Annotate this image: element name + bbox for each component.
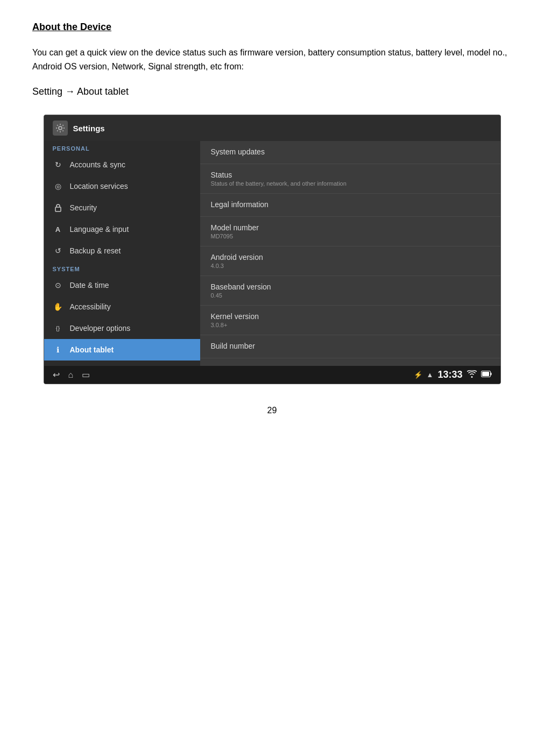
content-item-system-updates[interactable]: System updates — [200, 141, 500, 164]
wifi-icon — [467, 370, 477, 379]
sidebar-item-accounts[interactable]: ↻ Accounts & sync — [44, 154, 200, 175]
content-item-build[interactable]: Build number — [200, 335, 500, 358]
security-icon — [53, 202, 63, 213]
svg-point-0 — [59, 126, 62, 130]
language-icon: A — [53, 224, 63, 235]
sidebar-item-datetime[interactable]: ⊙ Date & time — [44, 274, 200, 296]
usb-icon: ⚡ — [414, 371, 422, 379]
sidebar-item-developer[interactable]: {} Developer options — [44, 317, 200, 339]
kernel-value: 3.0.8+ — [211, 322, 490, 328]
status-bar-right: ⚡ ▲ 13:33 — [414, 369, 492, 380]
accounts-icon: ↻ — [53, 159, 63, 170]
content-item-android[interactable]: Android version 4.0.3 — [200, 246, 500, 276]
android-title: Android version — [211, 253, 490, 262]
sidebar-item-language[interactable]: A Language & input — [44, 218, 200, 240]
kernel-title: Kernel version — [211, 312, 490, 321]
sidebar-item-accessibility[interactable]: ✋ Accessibility — [44, 296, 200, 317]
about-icon: ℹ — [53, 344, 63, 355]
sidebar-item-about[interactable]: ℹ About tablet — [44, 339, 200, 361]
accessibility-label: Accessibility — [70, 302, 111, 311]
developer-label: Developer options — [70, 324, 131, 333]
status-bar: ↩ ⌂ ▭ ⚡ ▲ 13:33 — [44, 366, 500, 384]
sidebar-item-location[interactable]: ◎ Location services — [44, 175, 200, 197]
recents-icon[interactable]: ▭ — [82, 370, 90, 380]
page-title: About the Device — [32, 22, 512, 33]
title-bar: Settings — [44, 115, 500, 141]
svg-rect-1 — [55, 207, 61, 211]
status-subtitle: Status of the battery, network, and othe… — [211, 180, 490, 187]
datetime-label: Date & time — [70, 281, 109, 289]
title-bar-label: Settings — [73, 124, 105, 133]
signal-icon: ▲ — [427, 371, 434, 379]
personal-section-header: PERSONAL — [44, 141, 200, 154]
page-number: 29 — [32, 406, 512, 415]
screenshot-container: Settings PERSONAL ↻ Accounts & sync ◎ Lo… — [44, 115, 501, 384]
svg-rect-3 — [490, 373, 491, 376]
settings-body: PERSONAL ↻ Accounts & sync ◎ Location se… — [44, 141, 500, 366]
content-item-model[interactable]: Model number MD7095 — [200, 217, 500, 246]
accessibility-icon: ✋ — [53, 301, 63, 312]
accounts-label: Accounts & sync — [70, 160, 126, 169]
status-title: Status — [211, 171, 490, 179]
baseband-title: Baseband version — [211, 282, 490, 291]
settings-app-icon — [53, 121, 68, 136]
home-icon[interactable]: ⌂ — [68, 370, 74, 380]
status-bar-nav-icons: ↩ ⌂ ▭ — [53, 370, 90, 380]
clock-display: 13:33 — [437, 369, 462, 380]
model-value: MD7095 — [211, 233, 490, 239]
datetime-icon: ⊙ — [53, 280, 63, 291]
developer-icon: {} — [53, 323, 63, 334]
backup-icon: ↺ — [53, 245, 63, 256]
system-updates-title: System updates — [211, 147, 490, 156]
sidebar: PERSONAL ↻ Accounts & sync ◎ Location se… — [44, 141, 200, 366]
legal-title: Legal information — [211, 200, 490, 209]
location-icon: ◎ — [53, 181, 63, 192]
baseband-value: 0.45 — [211, 292, 490, 299]
svg-rect-4 — [482, 372, 489, 376]
content-item-status[interactable]: Status Status of the battery, network, a… — [200, 164, 500, 194]
battery-icon — [481, 371, 492, 379]
sidebar-item-security[interactable]: Security — [44, 197, 200, 218]
intro-paragraph: You can get a quick view on the device s… — [32, 46, 512, 73]
setting-path: Setting → About tablet — [32, 86, 512, 97]
sidebar-item-backup[interactable]: ↺ Backup & reset — [44, 240, 200, 262]
location-label: Location services — [70, 182, 128, 190]
security-label: Security — [70, 203, 97, 212]
system-section-header: SYSTEM — [44, 262, 200, 274]
back-icon[interactable]: ↩ — [53, 370, 60, 380]
content-item-kernel[interactable]: Kernel version 3.0.8+ — [200, 306, 500, 335]
content-item-baseband[interactable]: Baseband version 0.45 — [200, 276, 500, 306]
language-label: Language & input — [70, 225, 129, 234]
backup-label: Backup & reset — [70, 246, 121, 255]
about-label: About tablet — [70, 345, 114, 354]
content-panel: System updates Status Status of the batt… — [200, 141, 500, 366]
model-title: Model number — [211, 223, 490, 232]
build-title: Build number — [211, 342, 490, 350]
content-item-legal[interactable]: Legal information — [200, 194, 500, 217]
android-value: 4.0.3 — [211, 263, 490, 269]
